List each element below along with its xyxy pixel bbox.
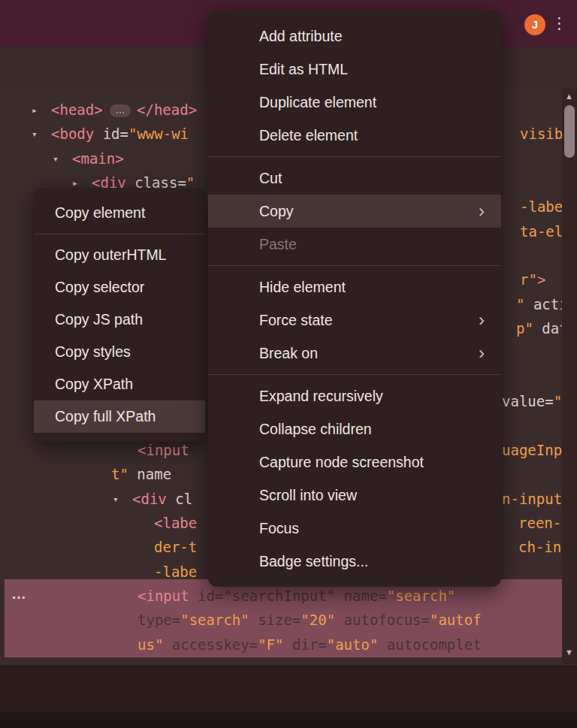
tree-text-fragment[interactable]: uageInp: [502, 438, 562, 462]
menu-item-duplicate-element[interactable]: Duplicate element: [208, 86, 501, 119]
menu-item-label: Hide element: [259, 279, 485, 296]
tree-text-fragment[interactable]: r">: [520, 267, 545, 292]
menu-item-label: Break on: [259, 345, 479, 362]
menu-item-label: Copy full XPath: [55, 408, 192, 425]
menu-item-label: Delete element: [259, 127, 485, 144]
submenu-arrow-icon: ›: [479, 344, 485, 362]
menu-item-delete-element[interactable]: Delete element: [208, 119, 501, 152]
menu-item-force-state[interactable]: Force state ›: [208, 304, 501, 337]
menu-item-label: Copy selector: [55, 279, 192, 296]
menu-item-cut[interactable]: Cut: [208, 162, 501, 195]
tree-text-fragment[interactable]: t" name: [111, 462, 171, 486]
menu-item-label: Capture node screenshot: [259, 454, 485, 471]
menu-item-label: Cut: [259, 170, 485, 187]
menu-item-copy[interactable]: Copy ›: [208, 195, 501, 228]
menu-item-label: Scroll into view: [259, 487, 485, 504]
selected-node-line-3[interactable]: us" accesskey="F" dir="auto" autocomplet: [137, 633, 482, 657]
console-drawer-edge: [0, 712, 577, 728]
scroll-down-icon[interactable]: ▼: [565, 648, 573, 657]
menu-separator: [208, 374, 501, 375]
menu-item-label: Copy: [259, 203, 479, 220]
menu-item-label: Paste: [259, 236, 485, 253]
menu-item-label: Edit as HTML: [259, 61, 485, 78]
tree-node-body[interactable]: ▾<body id="www-wi: [32, 122, 189, 148]
menu-item-label: Copy element: [55, 204, 192, 222]
browser-menu-icon[interactable]: ⋮: [551, 13, 567, 34]
tree-text-fragment[interactable]: n-input: [502, 487, 562, 511]
menu-item-label: Focus: [259, 520, 485, 537]
profile-avatar[interactable]: J: [524, 14, 545, 35]
menu-item-label: Copy JS path: [55, 311, 192, 328]
menu-item-copy-styles[interactable]: Copy styles: [34, 336, 205, 368]
menu-item-copy-selector[interactable]: Copy selector: [34, 271, 205, 304]
tree-node-main[interactable]: ▾<main>: [53, 147, 124, 173]
tree-node-head-open[interactable]: ▸<head>: [32, 98, 103, 124]
tree-text-fragment[interactable]: -labe: [154, 560, 197, 584]
menu-item-capture-node-screenshot[interactable]: Capture node screenshot: [208, 446, 501, 479]
menu-item-label: Duplicate element: [259, 94, 485, 111]
breadcrumb-bar: ◂ dset div#search-input.search-input inp…: [0, 666, 577, 713]
scrollbar-thumb[interactable]: [564, 105, 575, 158]
menu-item-label: Copy styles: [55, 343, 192, 361]
menu-item-expand-recursively[interactable]: Expand recursively: [208, 379, 501, 412]
tree-scrollbar[interactable]: [562, 89, 577, 664]
menu-item-scroll-into-view[interactable]: Scroll into view: [208, 479, 501, 512]
tree-node-label[interactable]: <labe: [154, 511, 197, 535]
menu-item-copy-js-path[interactable]: Copy JS path: [34, 304, 205, 336]
menu-item-paste[interactable]: Paste: [208, 228, 501, 261]
selected-node-line-2[interactable]: type="search" size="20" autofocus="autof: [137, 608, 482, 632]
menu-item-label: Copy outerHTML: [55, 246, 192, 264]
menu-item-label: Force state: [259, 312, 479, 329]
menu-item-hide-element[interactable]: Hide element: [208, 270, 501, 304]
tree-node-div-search[interactable]: ▾<div cl: [113, 487, 192, 513]
menu-separator: [208, 265, 501, 266]
menu-item-label: Expand recursively: [259, 388, 485, 405]
selected-node-line-1[interactable]: <input id="searchInput" name="search": [137, 584, 455, 608]
more-actions-button[interactable]: …: [11, 585, 26, 603]
element-context-menu: Add attribute Edit as HTML Duplicate ele…: [208, 11, 501, 587]
menu-item-copy-element[interactable]: Copy element: [34, 197, 205, 229]
menu-item-copy-full-xpath[interactable]: Copy full XPath: [34, 400, 205, 433]
menu-item-badge-settings[interactable]: Badge settings...: [208, 545, 501, 578]
copy-submenu: Copy element Copy outerHTML Copy selecto…: [34, 188, 205, 442]
menu-item-label: Badge settings...: [259, 553, 485, 570]
menu-item-break-on[interactable]: Break on ›: [208, 337, 501, 370]
tree-text-fragment[interactable]: value=": [502, 389, 562, 413]
menu-item-label: Add attribute: [259, 28, 485, 45]
submenu-arrow-icon: ›: [479, 202, 485, 220]
tree-node-head-close[interactable]: </head>: [137, 98, 197, 122]
menu-item-add-attribute[interactable]: Add attribute: [208, 20, 501, 53]
scroll-up-icon[interactable]: ▲: [565, 92, 573, 101]
menu-item-label: Collapse children: [259, 421, 485, 438]
menu-separator: [34, 234, 205, 234]
submenu-arrow-icon: ›: [479, 311, 485, 329]
tree-text-fragment[interactable]: p" dat: [516, 316, 568, 340]
collapsed-content-button[interactable]: …: [110, 104, 131, 117]
menu-item-copy-outerhtml[interactable]: Copy outerHTML: [34, 239, 205, 271]
tree-text-fragment[interactable]: " acti: [516, 292, 568, 316]
menu-item-label: Copy XPath: [55, 376, 192, 393]
menu-item-collapse-children[interactable]: Collapse children: [208, 412, 501, 446]
menu-item-focus[interactable]: Focus: [208, 512, 501, 545]
menu-item-edit-as-html[interactable]: Edit as HTML: [208, 53, 501, 86]
tree-text-fragment[interactable]: der-t: [154, 535, 197, 559]
menu-item-copy-xpath[interactable]: Copy XPath: [34, 368, 205, 400]
menu-separator: [208, 156, 501, 157]
